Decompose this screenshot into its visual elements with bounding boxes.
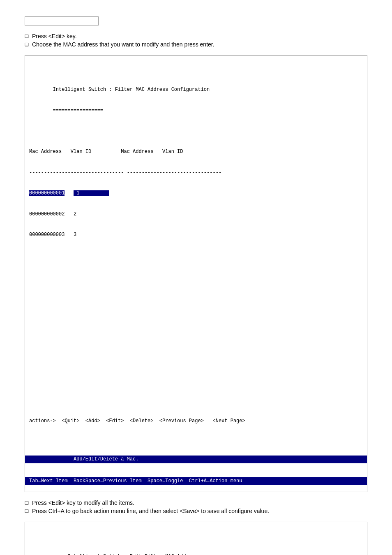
terminal-filter-mac: Intelligent Switch : Filter MAC Address …: [25, 55, 367, 492]
terminal-1-blank7: [29, 356, 363, 363]
terminal-2-title: Intelligent Switch : Edit Filter MAC Add…: [29, 553, 363, 555]
terminal-row-3: 000000000003 3: [29, 231, 363, 238]
instructions-list-1: Press <Edit> key. Choose the MAC address…: [25, 33, 367, 48]
terminal-row-2: 000000000002 2: [29, 211, 363, 218]
instructions-list-2: Press <Edit> key to modify all the items…: [25, 500, 367, 514]
instruction-item-1: Press <Edit> key.: [25, 33, 367, 39]
instruction-item-4: Press Ctrl+A to go back action menu line…: [25, 508, 367, 514]
terminal-1-blank4: [29, 294, 363, 301]
terminal-1-statusbar1: Add/Edit/Delete a Mac.: [25, 456, 367, 463]
terminal-row-1: 000000000001 1: [29, 190, 363, 197]
instruction-item-2: Choose the MAC address that you want to …: [25, 41, 367, 48]
terminal-1-actions: actions-> <Quit> <Add> <Edit> <Delete> <…: [29, 418, 363, 425]
terminal-2-content: Intelligent Switch : Edit Filter MAC Add…: [25, 536, 367, 555]
terminal-1-divider: -------------------------------- -------…: [29, 169, 363, 176]
terminal-edit-filter-mac: Intelligent Switch : Edit Filter MAC Add…: [25, 522, 367, 555]
terminal-1-blank8: [29, 377, 363, 384]
terminal-1-sep: =================: [29, 107, 363, 114]
terminal-1-statusbar2: Tab=Next Item BackSpace=Previous Item Sp…: [25, 477, 367, 485]
terminal-1-blank3: [29, 273, 363, 280]
terminal-1-blank2: [29, 252, 363, 259]
terminal-1-content: Intelligent Switch : Filter MAC Address …: [25, 69, 367, 442]
terminal-1-blank1: [29, 128, 363, 135]
instruction-item-3: Press <Edit> key to modify all the items…: [25, 500, 367, 506]
terminal-1-title: Intelligent Switch : Filter MAC Address …: [29, 86, 363, 93]
terminal-1-blank5: [29, 314, 363, 321]
terminal-1-blank9: [29, 397, 363, 404]
terminal-1-blank6: [29, 335, 363, 342]
terminal-1-header: Mac Address Vlan ID Mac Address Vlan ID: [29, 148, 363, 155]
top-input[interactable]: [25, 16, 99, 25]
